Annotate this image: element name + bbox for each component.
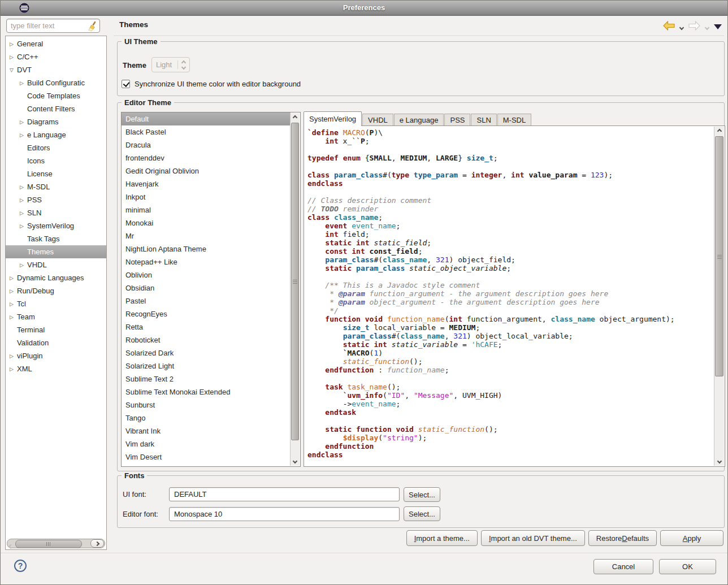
- theme-item-notepad-like[interactable]: Notepad++ Like: [122, 255, 291, 268]
- expand-arrow-icon[interactable]: ▷: [8, 288, 15, 294]
- theme-item-nightlion-aptana-theme[interactable]: NightLion Aptana Theme: [122, 242, 291, 255]
- ok-button[interactable]: OK: [659, 559, 716, 574]
- theme-item-tango[interactable]: Tango: [122, 411, 291, 424]
- titlebar[interactable]: Preferences: [1, 1, 727, 16]
- tree-item-c-c[interactable]: ▷C/C++: [6, 50, 106, 63]
- tab-vhdl[interactable]: VHDL: [362, 114, 393, 126]
- tree-item-dvt[interactable]: ▽DVT: [6, 63, 106, 76]
- scroll-down-icon[interactable]: [714, 457, 724, 466]
- theme-item-gedit-original-oblivion[interactable]: Gedit Original Oblivion: [122, 164, 291, 177]
- tree-item-content-filters[interactable]: Content Filters: [6, 102, 106, 115]
- scrollbar-thumb[interactable]: [715, 136, 723, 376]
- theme-item-pastel[interactable]: Pastel: [122, 294, 291, 307]
- expand-arrow-icon[interactable]: ▷: [8, 41, 15, 47]
- expand-arrow-icon[interactable]: ▷: [18, 210, 25, 216]
- tree-item-dynamic-languages[interactable]: ▷Dynamic Languages: [6, 271, 106, 284]
- expand-arrow-icon[interactable]: ▷: [8, 54, 15, 60]
- expand-arrow-icon[interactable]: ▷: [18, 262, 25, 268]
- back-arrow-icon[interactable]: [663, 21, 675, 33]
- expand-arrow-icon[interactable]: ▷: [18, 119, 25, 125]
- expand-arrow-icon[interactable]: ▷: [18, 197, 25, 203]
- theme-list-scrollbar[interactable]: [290, 113, 300, 466]
- filter-input[interactable]: [6, 19, 100, 33]
- tree-item-vhdl[interactable]: ▷VHDL: [6, 258, 106, 271]
- theme-item-vibrant-ink[interactable]: Vibrant Ink: [122, 424, 291, 437]
- tree-item-tcl[interactable]: ▷Tcl: [6, 297, 106, 310]
- tree-item-pss[interactable]: ▷PSS: [6, 193, 106, 206]
- theme-item-black-pastel[interactable]: Black Pastel: [122, 125, 291, 138]
- theme-item-vim-dark[interactable]: Vim dark: [122, 437, 291, 450]
- cancel-button[interactable]: Cancel: [593, 559, 653, 574]
- editor-font-select-button[interactable]: Select...: [404, 506, 440, 521]
- scrollbar-thumb[interactable]: [291, 123, 299, 440]
- tree-item-code-templates[interactable]: Code Templates: [6, 89, 106, 102]
- expand-arrow-icon[interactable]: ▷: [8, 301, 15, 307]
- tree-item-general[interactable]: ▷General: [6, 37, 106, 50]
- import-old-dvt-theme-button[interactable]: Import an old DVT theme...: [481, 530, 585, 546]
- tab-sln[interactable]: SLN: [471, 114, 496, 126]
- expand-arrow-icon[interactable]: ▷: [18, 80, 25, 86]
- expand-arrow-icon[interactable]: ▷: [8, 366, 15, 372]
- theme-item-sublime-text-2[interactable]: Sublime Text 2: [122, 372, 291, 385]
- help-icon[interactable]: ?: [14, 560, 27, 572]
- theme-item-sunburst[interactable]: Sunburst: [122, 398, 291, 411]
- tab-systemverilog[interactable]: SystemVerilog: [304, 111, 362, 126]
- back-history-chevron-icon[interactable]: [680, 21, 683, 32]
- editor-font-input[interactable]: [169, 507, 400, 521]
- theme-item-minimal[interactable]: minimal: [122, 203, 291, 216]
- theme-item-monokai[interactable]: Monokai: [122, 216, 291, 229]
- clear-filter-broom-icon[interactable]: [87, 21, 97, 31]
- tree-item-e-language[interactable]: ▷e Language: [6, 128, 106, 141]
- tree-item-icons[interactable]: Icons: [6, 154, 106, 167]
- tab-pss[interactable]: PSS: [444, 114, 470, 126]
- scroll-up-icon[interactable]: [291, 113, 300, 122]
- scroll-down-icon[interactable]: [291, 457, 300, 466]
- theme-item-solarized-dark[interactable]: Solarized Dark: [122, 346, 291, 359]
- theme-item-havenjark[interactable]: Havenjark: [122, 177, 291, 190]
- tree-item-systemverilog[interactable]: ▷SystemVerilog: [6, 219, 106, 232]
- tree-item-sln[interactable]: ▷SLN: [6, 206, 106, 219]
- tree-item-run-debug[interactable]: ▷Run/Debug: [6, 284, 106, 297]
- ui-font-input[interactable]: [169, 487, 400, 501]
- expand-arrow-icon[interactable]: ▷: [8, 314, 15, 320]
- ui-font-select-button[interactable]: Select...: [404, 487, 440, 502]
- expand-arrow-icon[interactable]: ▷: [8, 275, 15, 281]
- tree-item-diagrams[interactable]: ▷Diagrams: [6, 115, 106, 128]
- tree-item-validation[interactable]: Validation: [6, 336, 106, 349]
- expand-arrow-icon[interactable]: ▷: [18, 132, 25, 138]
- code-scrollbar[interactable]: [714, 127, 724, 466]
- tree-item-build-configuratic[interactable]: ▷Build Configuratic: [6, 76, 106, 89]
- scroll-right-icon[interactable]: [90, 539, 104, 548]
- theme-item-oblivion[interactable]: Oblivion: [122, 268, 291, 281]
- tree-item-m-sdl[interactable]: ▷M-SDL: [6, 180, 106, 193]
- tree-item-editors[interactable]: Editors: [6, 141, 106, 154]
- tree-item-team[interactable]: ▷Team: [6, 310, 106, 323]
- expand-arrow-icon[interactable]: ▷: [18, 223, 25, 229]
- restore-defaults-button[interactable]: Restore Defaults: [588, 530, 657, 546]
- tree-item-themes[interactable]: Themes: [6, 245, 106, 258]
- scrollbar-thumb[interactable]: [15, 540, 82, 548]
- tree-item-terminal[interactable]: Terminal: [6, 323, 106, 336]
- theme-item-frontenddev[interactable]: frontenddev: [122, 151, 291, 164]
- theme-item-default[interactable]: Default: [122, 112, 291, 125]
- theme-item-vim-desert[interactable]: Vim Desert: [122, 450, 291, 463]
- tree-item-license[interactable]: License: [6, 167, 106, 180]
- tree-item-viplugin[interactable]: ▷viPlugin: [6, 349, 106, 362]
- expand-arrow-icon[interactable]: ▷: [8, 353, 15, 359]
- theme-item-obsidian[interactable]: Obsidian: [122, 281, 291, 294]
- theme-item-retta[interactable]: Retta: [122, 320, 291, 333]
- apply-button[interactable]: Apply: [660, 530, 723, 546]
- theme-item-dracula[interactable]: Dracula: [122, 138, 291, 151]
- tree-horizontal-scrollbar[interactable]: [7, 539, 105, 548]
- tab-m-sdl[interactable]: M-SDL: [497, 114, 531, 126]
- expand-arrow-icon[interactable]: ▷: [18, 184, 25, 190]
- tree-item-xml[interactable]: ▷XML: [6, 362, 106, 375]
- view-menu-icon[interactable]: [714, 24, 722, 29]
- theme-item-solarized-light[interactable]: Solarized Light: [122, 359, 291, 372]
- theme-item-sublime-text-monokai-extended[interactable]: Sublime Text Monokai Extended: [122, 385, 291, 398]
- sync-theme-checkbox[interactable]: [122, 80, 130, 88]
- theme-item-mr[interactable]: Mr: [122, 229, 291, 242]
- collapse-arrow-icon[interactable]: ▽: [8, 67, 15, 73]
- theme-item-roboticket[interactable]: Roboticket: [122, 333, 291, 346]
- scroll-up-icon[interactable]: [714, 127, 724, 136]
